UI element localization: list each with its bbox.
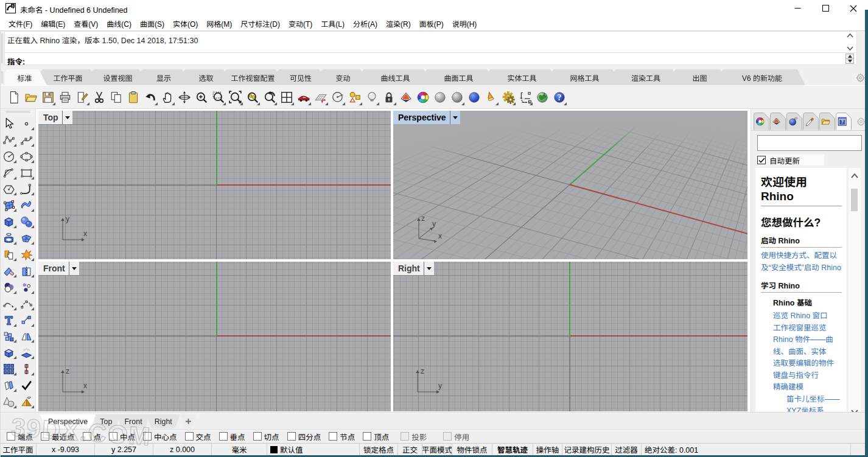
osnap-四分点[interactable]: 四分点 bbox=[287, 431, 321, 442]
status-锁定格点[interactable]: 锁定格点 bbox=[360, 444, 398, 455]
spotlight-cone-button[interactable] bbox=[483, 88, 500, 107]
ribbon-tab-曲线工具[interactable]: 曲线工具 bbox=[362, 69, 432, 85]
osnap-停用[interactable]: 停用 bbox=[443, 431, 469, 442]
maximize-button[interactable] bbox=[811, 0, 839, 16]
earth-globe-button[interactable] bbox=[534, 88, 551, 107]
panel-gear-icon[interactable] bbox=[856, 117, 866, 126]
menu-曲线C[interactable]: 曲线(C) bbox=[102, 16, 136, 30]
menu-文件F[interactable]: 文件(F) bbox=[4, 16, 37, 30]
help-link[interactable]: Rhino 物件——曲线、曲面、实体 bbox=[773, 334, 842, 358]
circle-button[interactable] bbox=[0, 148, 18, 165]
osnap-checkbox[interactable] bbox=[109, 432, 117, 441]
viewport-menu-dropdown[interactable] bbox=[62, 111, 72, 124]
viewport-title-right[interactable]: Right bbox=[393, 262, 434, 275]
osnap-中心点[interactable]: 中心点 bbox=[143, 431, 177, 442]
osnap-checkbox[interactable] bbox=[83, 432, 91, 441]
menu-渲染R[interactable]: 渲染(R) bbox=[382, 16, 415, 30]
zoom-window-button[interactable] bbox=[210, 88, 227, 107]
status-操作轴[interactable]: 操作轴 bbox=[533, 444, 562, 455]
help-start-link[interactable]: 使用快捷方式、配置以及“安全模式”启动 Rhino bbox=[761, 250, 842, 274]
osnap-投影[interactable]: 投影 bbox=[401, 431, 427, 442]
save-button[interactable] bbox=[40, 88, 57, 107]
ribbon-tab-设置视图[interactable]: 设置视图 bbox=[91, 69, 147, 85]
menu-面板P[interactable]: 面板(P) bbox=[415, 16, 448, 30]
scrollbar-thumb[interactable] bbox=[851, 189, 858, 211]
viewport-layout-button[interactable] bbox=[278, 88, 295, 107]
copy-objects-button[interactable] bbox=[0, 329, 18, 345]
gears-button[interactable] bbox=[500, 88, 517, 107]
color-wheel-button[interactable] bbox=[415, 88, 432, 107]
panel-tab-help-window[interactable]: ? bbox=[836, 113, 852, 130]
command-box[interactable]: 正在载入 Rhino 渲染，版本 1.50, Dec 14 2018, 17:5… bbox=[4, 31, 857, 65]
spheres-button[interactable] bbox=[18, 214, 35, 230]
menu-查看V[interactable]: 查看(V) bbox=[69, 16, 102, 30]
osnap-顶点[interactable]: 顶点 bbox=[363, 431, 389, 442]
ribbon-tab-渲染工具[interactable]: 渲染工具 bbox=[614, 69, 681, 85]
cplane-grid-button[interactable] bbox=[312, 88, 329, 107]
panel-tab-library-folder[interactable] bbox=[819, 113, 835, 130]
add-viewport-tab-button[interactable] bbox=[181, 414, 197, 428]
ribbon-grip[interactable] bbox=[1, 71, 3, 83]
box-button[interactable] bbox=[0, 214, 18, 230]
panel-tab-display-wedge[interactable] bbox=[770, 113, 786, 130]
car-button[interactable] bbox=[295, 88, 312, 107]
help-link[interactable]: 巡览 Rhino 窗口 bbox=[773, 310, 842, 323]
text-tool-button[interactable] bbox=[0, 312, 18, 329]
help-question-button[interactable]: ? bbox=[551, 88, 568, 107]
close-button[interactable] bbox=[839, 0, 867, 16]
ribbon-tab-网格工具[interactable]: 网格工具 bbox=[551, 69, 620, 85]
viewport-menu-dropdown[interactable] bbox=[424, 262, 434, 275]
copy-button[interactable] bbox=[108, 88, 125, 107]
menu-网格M[interactable]: 网格(M) bbox=[202, 16, 236, 30]
viewport-title-top[interactable]: Top bbox=[38, 111, 72, 124]
control-curve-button[interactable] bbox=[18, 132, 35, 148]
menu-编辑E[interactable]: 编辑(E) bbox=[37, 16, 69, 30]
command-area-grip[interactable] bbox=[1, 33, 3, 63]
venn-circles-button[interactable] bbox=[0, 279, 18, 296]
menu-尺寸标注D[interactable]: 尺寸标注(D) bbox=[236, 16, 284, 30]
menu-工具L[interactable]: 工具(L) bbox=[317, 16, 349, 30]
ellipse-button[interactable] bbox=[18, 148, 35, 165]
status-平面模式[interactable]: 平面模式 bbox=[422, 444, 452, 455]
viewport-title-perspective[interactable]: Perspective bbox=[393, 111, 460, 124]
status-正交[interactable]: 正交 bbox=[398, 444, 422, 455]
osnap-交点[interactable]: 交点 bbox=[185, 431, 211, 442]
new-document-button[interactable] bbox=[5, 88, 23, 107]
osnap-checkbox[interactable] bbox=[443, 432, 452, 441]
status-绝对公差: 0.001[interactable]: 绝对公差: 0.001 bbox=[642, 444, 851, 455]
help-link[interactable]: 键盘与指令行 bbox=[773, 370, 842, 382]
osnap-节点[interactable]: 节点 bbox=[329, 431, 355, 442]
menu-曲面S[interactable]: 曲面(S) bbox=[136, 16, 169, 30]
extrude-box-button[interactable] bbox=[0, 344, 18, 361]
viewport-menu-dropdown[interactable] bbox=[69, 262, 79, 275]
lock-button[interactable] bbox=[380, 88, 397, 107]
ribbon-tab-曲面工具[interactable]: 曲面工具 bbox=[425, 69, 495, 85]
viewport-right[interactable]: Right z y bbox=[393, 262, 747, 411]
menu-分析A[interactable]: 分析(A) bbox=[349, 16, 382, 30]
dimension-button[interactable] bbox=[517, 88, 534, 107]
fillet-curve-button[interactable] bbox=[18, 181, 35, 198]
cplane-circle-button[interactable] bbox=[329, 88, 346, 107]
rectangle-button[interactable] bbox=[18, 165, 35, 181]
auto-update-checkbox[interactable] bbox=[757, 156, 766, 164]
pan-button[interactable] bbox=[159, 88, 176, 107]
array-vertical-button[interactable] bbox=[18, 344, 35, 361]
pointer-arrow-button[interactable] bbox=[0, 116, 18, 132]
osnap-checkbox[interactable] bbox=[143, 432, 152, 441]
help-link[interactable]: 精确建模 bbox=[773, 382, 842, 394]
menu-变动T[interactable]: 变动(T) bbox=[284, 16, 317, 30]
explode-button[interactable] bbox=[18, 246, 35, 263]
split-button[interactable] bbox=[18, 263, 35, 279]
arc-button[interactable] bbox=[0, 165, 18, 181]
panel-tab-properties-wheel[interactable] bbox=[754, 113, 769, 130]
osnap-最近点[interactable]: 最近点 bbox=[41, 431, 75, 442]
panel-tab-render-bomb[interactable] bbox=[786, 113, 802, 130]
viewport-menu-dropdown[interactable] bbox=[450, 111, 460, 124]
status-过滤器[interactable]: 过滤器 bbox=[612, 444, 642, 455]
zoom-selected-button[interactable] bbox=[244, 88, 261, 107]
zoom-extents-button[interactable] bbox=[227, 88, 244, 107]
osnap-垂点[interactable]: 垂点 bbox=[219, 431, 245, 442]
scroll-down-icon[interactable] bbox=[847, 46, 853, 51]
help-search-input[interactable] bbox=[757, 135, 862, 151]
render-sphere-button[interactable] bbox=[432, 88, 449, 107]
